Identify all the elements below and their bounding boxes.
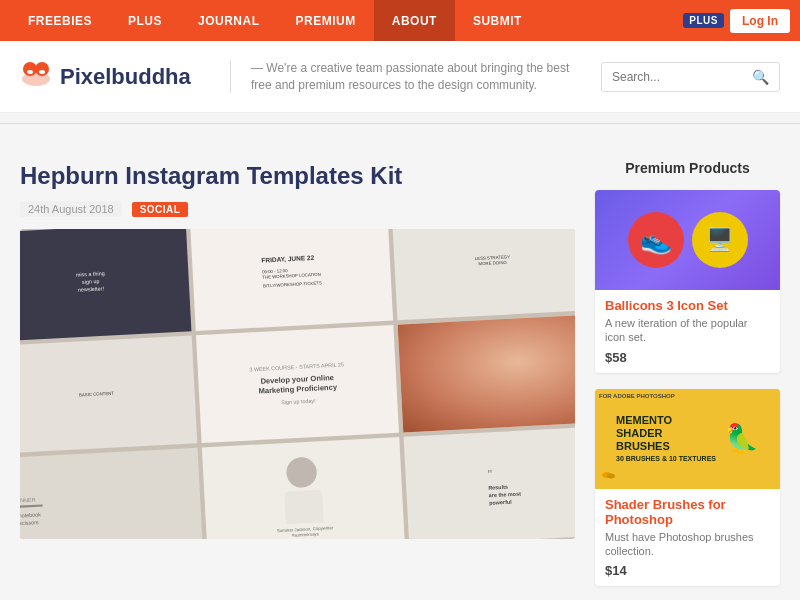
svg-point-6 [607,473,615,478]
product-name-1[interactable]: Ballicons 3 Icon Set [605,298,770,313]
article-title: Hepburn Instagram Templates Kit [20,160,575,191]
svg-point-3 [27,70,33,74]
logo-icon [20,59,52,94]
insta-cell-6 [397,314,575,433]
insta-cell-3: LESS STRATEGYMORE DOING [391,229,575,320]
instagram-grid: miss a thingsign upnewsletter! FRIDAY, J… [20,229,575,539]
nav-item-premium[interactable]: Premium [278,0,374,41]
nav-item-about[interactable]: About [374,0,455,41]
nav-item-submit[interactable]: Submit [455,0,540,41]
search-box[interactable]: 🔍 [601,62,780,92]
article-category: SOCIAL [132,202,189,217]
nav-right: PLUS Log In [683,9,790,33]
nav-item-freebies[interactable]: Freebies [10,0,110,41]
product-desc-2: Must have Photoshop brushes collection. [605,530,770,559]
insta-cell-9: " Resultsare the mostpowerful [403,427,575,539]
product-desc-1: A new iteration of the popular icon set. [605,316,770,345]
product-info-2: Shader Brushes for Photoshop Must have P… [595,489,780,587]
insta-cell-4: BASIC CONTENT [20,335,198,454]
logo-text: Pixelbuddha [60,64,191,90]
article-date: 24th August 2018 [20,201,122,217]
insta-cell-5: 3 WEEK COURSE - STARTS APRIL 25 Develop … [196,325,398,444]
product-name-2[interactable]: Shader Brushes for Photoshop [605,497,770,527]
insta-cell-2: FRIDAY, JUNE 22 09:00 - 12:00 THE WORKSH… [190,229,392,331]
product-price-2: $14 [605,563,770,578]
article-image: miss a thingsign upnewsletter! FRIDAY, J… [20,229,575,539]
insta-cell-7: PLANNER 📋 notebook✂️ scissors [20,448,204,539]
sidebar-title: Premium Products [595,160,780,176]
insta-cell-8: Summer Jackson, Copywriter#summersays [202,438,404,540]
main-layout: Hepburn Instagram Templates Kit 24th Aug… [0,140,800,600]
nav-items: Freebies Plus Journal Premium About Subm… [10,0,683,41]
nav-item-journal[interactable]: Journal [180,0,278,41]
sidebar: Premium Products 👟 🖥️ Ballicons 3 Icon S… [595,160,780,600]
product-price-1: $58 [605,350,770,365]
article-meta: 24th August 2018 SOCIAL [20,201,575,217]
product-thumbnail-2: MEMENTO SHADER BRUSHES 30 BRUSHES & 10 T… [595,389,780,489]
site-header: Pixelbuddha — We're a creative team pass… [0,41,800,113]
search-icon: 🔍 [752,69,769,85]
main-nav: Freebies Plus Journal Premium About Subm… [0,0,800,41]
search-input[interactable] [612,70,752,84]
nav-item-plus[interactable]: Plus [110,0,180,41]
plus-badge: PLUS [683,13,724,28]
product-thumbnail-1: 👟 🖥️ [595,190,780,290]
logo-area: Pixelbuddha [20,59,220,94]
svg-point-4 [39,70,45,74]
site-tagline: — We're a creative team passionate about… [230,60,601,94]
login-button[interactable]: Log In [730,9,790,33]
product-info-1: Ballicons 3 Icon Set A new iteration of … [595,290,780,373]
product-card-2[interactable]: MEMENTO SHADER BRUSHES 30 BRUSHES & 10 T… [595,389,780,587]
article-content: Hepburn Instagram Templates Kit 24th Aug… [20,160,575,600]
product-card-1[interactable]: 👟 🖥️ Ballicons 3 Icon Set A new iteratio… [595,190,780,373]
insta-cell-1: miss a thingsign upnewsletter! [20,229,192,341]
